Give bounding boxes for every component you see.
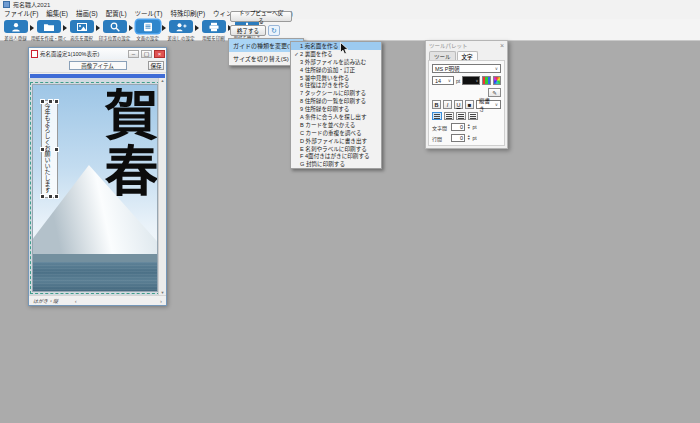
mouse-cursor-icon	[340, 42, 349, 55]
scroll-right-icon[interactable]: ›	[156, 298, 166, 304]
arrow-right-icon	[96, 25, 100, 31]
palette-tabs: ツール 文字	[426, 51, 507, 60]
text-item[interactable]: 今年もよろしくお願いいたします	[41, 100, 58, 198]
align-right-button[interactable]	[456, 112, 466, 120]
line-spacing-stepper[interactable]: ▲ ▼	[467, 135, 470, 142]
submenu-item[interactable]: 5 暑中見舞いを作る	[291, 74, 381, 82]
menubar: ファイル(F) 編集(E) 描画(S) 配置(L) ツール(T) 特殊印刷(P)…	[0, 9, 700, 19]
selection-handle[interactable]	[40, 194, 45, 199]
tab-tools[interactable]: ツール	[429, 51, 456, 60]
submenu-item[interactable]: 6 往復はがきを作る	[291, 81, 381, 89]
shadow-button[interactable]: ■	[465, 100, 474, 109]
document-window: 宛名面設定1(100%表示) – ▢ × 画像アイテム 保存 賀春 今年もよろし…	[28, 47, 167, 306]
selection-handle[interactable]	[54, 147, 59, 152]
submenu-item[interactable]: 8 住所録の一覧を印刷する	[291, 97, 381, 105]
document-title: 宛名面設定1(100%表示)	[40, 50, 126, 58]
submenu-item[interactable]: B カードを並べかえる	[291, 121, 381, 129]
font-size-select[interactable]: 14 ∨	[432, 76, 454, 85]
align-justify-icon	[470, 114, 476, 119]
menu-tools[interactable]: ツール(T)	[131, 9, 167, 19]
toolbar-button-sender-settings[interactable]: 差出しの設定	[167, 20, 194, 41]
submenu-item[interactable]: 7 タックシールに印刷する	[291, 89, 381, 97]
color-rainbow-button[interactable]	[493, 76, 501, 85]
document-icon	[142, 22, 154, 32]
font-select[interactable]: MS P明朝 ∨	[432, 64, 501, 73]
bold-button[interactable]: B	[432, 100, 441, 109]
minimize-button[interactable]: –	[128, 50, 139, 58]
text-item-line: 今年も	[44, 103, 50, 121]
arrow-right-icon	[195, 25, 199, 31]
paper-type-label: はがき・縦	[29, 297, 71, 304]
italic-button[interactable]: I	[443, 100, 452, 109]
submenu-item[interactable]: A 条件に合う人を探し出す	[291, 113, 381, 121]
align-justify-button[interactable]	[468, 112, 478, 120]
align-center-button[interactable]	[444, 112, 454, 120]
char-spacing-stepper[interactable]: ▲ ▼	[467, 124, 470, 131]
exit-button[interactable]: 終了する	[230, 25, 266, 36]
toolbar-button-message-side[interactable]: 文面の設定	[134, 20, 161, 41]
document-canvas[interactable]: 賀春 今年もよろしくお願いいたします ▲ ▼	[29, 78, 166, 295]
back-to-topview-button[interactable]: トップビューへ戻る	[230, 11, 292, 22]
selection-handle[interactable]	[48, 99, 53, 104]
menu-draw[interactable]: 描画(S)	[72, 9, 102, 19]
selection-handle[interactable]	[54, 99, 59, 104]
submenu-item[interactable]: 9 住所録を印刷する	[291, 105, 381, 113]
menu-arrange[interactable]: 配置(L)	[102, 9, 131, 19]
toolbar-button-create-open[interactable]: 用紙を作成・開く	[35, 20, 62, 41]
vertical-scrollbar[interactable]: ▲ ▼	[158, 78, 166, 295]
submenu-item[interactable]: G 封筒に印刷する	[291, 160, 381, 168]
submenu-item[interactable]: ✓2 裏面を作る	[291, 50, 381, 58]
chevron-down-icon: ∨	[495, 102, 498, 107]
image-item-button[interactable]: 画像アイテム	[69, 61, 127, 70]
char-spacing-input[interactable]: 0	[451, 123, 465, 131]
menu-special-print[interactable]: 特殊印刷(P)	[166, 9, 209, 19]
scroll-left-icon[interactable]: ‹	[71, 298, 81, 304]
selection-handle[interactable]	[48, 194, 53, 199]
menu-file[interactable]: ファイル(F)	[0, 9, 42, 19]
scroll-down-icon[interactable]: ▼	[161, 290, 165, 295]
line-spacing-input[interactable]: 0	[451, 134, 465, 142]
align-right-icon	[458, 114, 464, 119]
selection-handle[interactable]	[54, 194, 59, 199]
submenu-item[interactable]: 1 宛名面を作る	[291, 42, 381, 50]
greeting-calligraphy[interactable]: 賀春	[99, 87, 154, 199]
toolbar-button-print[interactable]: 用紙を印刷	[200, 20, 227, 41]
pt-unit-label: pt	[472, 135, 476, 141]
exit-icon[interactable]: ↻	[268, 25, 280, 36]
close-button[interactable]: ×	[154, 50, 165, 58]
toolbar-button-print-position[interactable]: 印字位置の設定	[101, 20, 128, 41]
pt-unit-label: pt	[456, 78, 460, 84]
submenu-item[interactable]: E 名刺やラベルに印刷する	[291, 145, 381, 153]
app-titlebar: 宛名職人2021	[0, 0, 700, 9]
save-button[interactable]: 保存	[148, 61, 164, 70]
submenu-item[interactable]: F 4面付きはがきに印刷する	[291, 152, 381, 160]
lake-image	[33, 262, 157, 291]
toolbar-button-select-recipient[interactable]: 宛先を選択	[68, 20, 95, 41]
submenu-item[interactable]: C カードの重複を調べる	[291, 129, 381, 137]
document-statusbar: はがき・縦 ‹ ›	[29, 295, 166, 305]
stepper-down-icon[interactable]: ▼	[467, 138, 470, 142]
selection-handle[interactable]	[40, 99, 45, 104]
align-left-button[interactable]	[432, 112, 442, 120]
menu-edit[interactable]: 編集(E)	[42, 9, 72, 19]
stepper-down-icon[interactable]: ▼	[467, 127, 470, 131]
selection-handle[interactable]	[40, 147, 45, 152]
arrow-right-icon	[129, 25, 133, 31]
close-icon[interactable]: ×	[500, 42, 504, 50]
document-titlebar[interactable]: 宛名面設定1(100%表示) – ▢ ×	[29, 48, 166, 59]
font-color-swatch[interactable]: ∨	[462, 76, 480, 85]
postcard-preview[interactable]: 賀春 今年もよろしくお願いいたします	[32, 84, 158, 292]
submenu-item[interactable]: 3 外部ファイルを読み込む	[291, 58, 381, 66]
tool-palette: ツールパレット × ツール 文字 MS P明朝 ∨ 14 ∨ pt ∨ ✎ B	[425, 40, 508, 149]
submenu-item[interactable]: D 外部ファイルに書き出す	[291, 137, 381, 145]
scroll-up-icon[interactable]: ▲	[161, 78, 165, 83]
tab-text[interactable]: 文字	[457, 51, 478, 60]
toolbar-button-sender[interactable]: 差出人登録	[2, 20, 29, 41]
palette-titlebar[interactable]: ツールパレット ×	[426, 41, 507, 51]
color-grid-button[interactable]	[482, 76, 490, 85]
check-icon: ✓	[293, 51, 300, 57]
submenu-item[interactable]: 4 住所録の追加・訂正	[291, 66, 381, 74]
orientation-select[interactable]: 縦書き ∨	[476, 100, 501, 109]
underline-button[interactable]: U	[454, 100, 463, 109]
maximize-button[interactable]: ▢	[141, 50, 152, 58]
